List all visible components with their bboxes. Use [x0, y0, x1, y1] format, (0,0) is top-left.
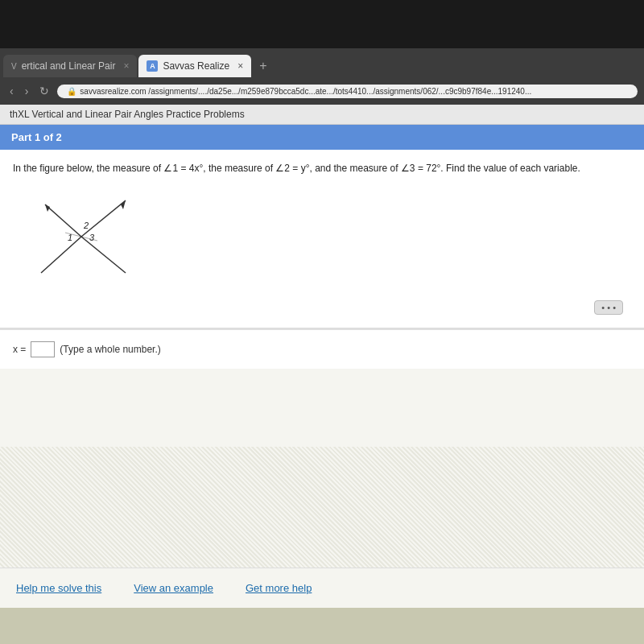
- forward-button[interactable]: ›: [22, 83, 32, 99]
- more-btn-container: • • •: [13, 300, 631, 316]
- angle-3-label: 3: [89, 233, 95, 242]
- browser-chrome: V ertical and Linear Pair × A Savvas Rea…: [0, 48, 644, 105]
- monitor-bezel: [0, 0, 644, 48]
- part-label: Part 1 of 2: [11, 131, 62, 143]
- tab-vertical-linear[interactable]: V ertical and Linear Pair ×: [3, 55, 137, 77]
- main-content: Part 1 of 2 In the figure below, the mea…: [0, 125, 644, 608]
- get-more-help-button[interactable]: Get more help: [246, 582, 312, 594]
- svg-line-2: [41, 237, 81, 273]
- angle-2-label: 2: [83, 221, 89, 230]
- angle-1-label: 1: [68, 233, 72, 242]
- svg-line-0: [45, 204, 81, 237]
- svg-line-1: [81, 200, 126, 237]
- svg-marker-6: [45, 204, 50, 212]
- tab-favicon-2: A: [147, 60, 158, 72]
- answer-suffix: (Type a whole number.): [60, 344, 160, 355]
- lock-icon: 🔒: [67, 87, 76, 96]
- page-title: thXL Vertical and Linear Pair Angles Pra…: [10, 109, 245, 120]
- address-bar-row: ‹ › ↻ 🔒 savvasrealize.com /assignments/.…: [0, 77, 644, 105]
- bottom-action-bar: Help me solve this View an example Get m…: [0, 568, 644, 608]
- refresh-button[interactable]: ↻: [36, 83, 52, 99]
- svg-line-3: [81, 237, 126, 273]
- problem-header: Part 1 of 2: [0, 125, 644, 150]
- problem-text: In the figure below, the measure of ∠1 =…: [13, 161, 631, 175]
- answer-prefix: x =: [13, 344, 26, 355]
- more-options-button[interactable]: • • •: [594, 300, 623, 315]
- figure-area: 2 1 3: [21, 188, 631, 287]
- page-title-bar: thXL Vertical and Linear Pair Angles Pra…: [0, 105, 644, 125]
- tab-favicon-1: V: [11, 62, 17, 71]
- address-bar[interactable]: 🔒 savvasrealize.com /assignments/..../da…: [57, 85, 638, 98]
- tab-label-2: Savvas Realize: [163, 60, 229, 72]
- problem-body: In the figure below, the measure of ∠1 =…: [0, 150, 644, 328]
- tab-bar: V ertical and Linear Pair × A Savvas Rea…: [0, 48, 644, 77]
- answer-input[interactable]: [31, 341, 55, 357]
- address-text: savvasrealize.com /assignments/..../da25…: [80, 87, 531, 96]
- answer-area: x = (Type a whole number.): [0, 329, 644, 369]
- back-button[interactable]: ‹: [6, 83, 17, 99]
- tab-close-2[interactable]: ×: [237, 60, 243, 72]
- view-example-button[interactable]: View an example: [134, 582, 213, 594]
- angle-figure: 2 1 3: [21, 188, 150, 285]
- tab-close-1[interactable]: ×: [123, 60, 129, 72]
- tab-label-1: ertical and Linear Pair: [22, 60, 116, 72]
- new-tab-button[interactable]: +: [253, 55, 273, 77]
- tab-savvas-realize[interactable]: A Savvas Realize ×: [138, 55, 251, 77]
- help-solve-button[interactable]: Help me solve this: [16, 582, 101, 594]
